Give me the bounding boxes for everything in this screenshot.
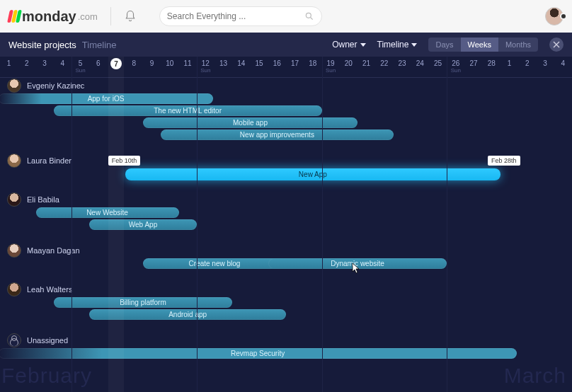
task-bar[interactable]: Dynamic website [268, 258, 447, 269]
day-label: 21 [362, 59, 370, 67]
person-header[interactable]: Leah Walters [0, 282, 572, 297]
today-column-highlight [108, 57, 124, 392]
person-row: UnassignedRevmap Security [0, 333, 572, 364]
person-name: Laura Binder [27, 156, 72, 165]
person-avatar-icon [7, 333, 21, 347]
top-header: monday.com [0, 0, 572, 33]
day-label: 4 [61, 59, 65, 67]
zoom-days[interactable]: Days [428, 38, 460, 52]
day-label: 16 [273, 59, 281, 67]
day-label: 2 [525, 59, 530, 67]
timeline-filter[interactable]: Timeline [377, 40, 418, 50]
day-label: 4 [561, 59, 566, 67]
close-icon [553, 41, 560, 48]
close-button[interactable] [549, 38, 564, 52]
day-label: 11 [184, 59, 192, 67]
day-label: 24 [416, 59, 424, 67]
day-label: 2 [25, 59, 29, 67]
date-ruler: 12345Sun67789101112Sun13141516171819Sun2… [0, 57, 572, 78]
date-tooltip-end: Feb 28th [488, 156, 520, 166]
person-row: Eli BabilaNew WebsiteWeb App [0, 192, 572, 236]
person-avatar-icon [7, 79, 21, 93]
logo[interactable]: monday.com [8, 8, 98, 25]
search-icon [304, 11, 314, 21]
chevron-down-icon [360, 43, 366, 47]
day-label: 27 [470, 59, 478, 67]
day-label: 15 [256, 59, 263, 67]
board-subheader: Website projects Timeline Owner Timeline… [0, 33, 572, 57]
day-label: 18 [309, 59, 316, 67]
task-bar[interactable]: Billing platform [54, 297, 233, 308]
person-header[interactable]: Maayan Dagan [0, 243, 572, 258]
logo-mark-icon [8, 10, 21, 23]
person-row: Evgeniy KazinecApp for iOSThe new HTML e… [0, 78, 572, 146]
task-bar[interactable]: Mobile app [143, 117, 358, 128]
person-header[interactable]: Eli Babila [0, 192, 572, 207]
task-bar[interactable]: New app improvements [161, 129, 393, 140]
person-row: Maayan DaganCreate new blogDynamic websi… [0, 243, 572, 275]
board-title[interactable]: Website projects [8, 40, 76, 50]
svg-line-1 [311, 18, 313, 20]
owner-filter-label: Owner [332, 40, 357, 50]
day-label: 1 [7, 59, 11, 67]
view-name: Timeline [82, 40, 117, 50]
day-label: 13 [219, 59, 227, 67]
day-label: 22 [380, 59, 388, 67]
day-label: 9 [150, 59, 154, 67]
day-label: 10 [166, 59, 173, 67]
day-label: 23 [399, 59, 406, 67]
person-row: Laura BinderNew AppFeb 10thFeb 28th [0, 153, 572, 185]
task-bar[interactable]: App for iOS [0, 93, 213, 104]
day-label: 26Sun [451, 59, 461, 74]
day-label: 12Sun [200, 59, 210, 74]
person-avatar-icon [7, 192, 21, 207]
day-label: 5Sun [76, 59, 86, 74]
day-label: 25 [434, 59, 442, 67]
search-box[interactable] [159, 6, 322, 26]
zoom-segmented-control: Days Weeks Months [428, 38, 538, 52]
day-label: 6 [96, 59, 101, 67]
person-name: Evgeniy Kazinec [27, 81, 84, 90]
person-avatar-icon [7, 243, 21, 258]
logo-tld: .com [78, 11, 98, 22]
person-avatar-icon [7, 154, 21, 168]
person-header[interactable]: Unassigned [0, 333, 572, 348]
status-dot-icon [560, 13, 567, 20]
day-label: 20 [345, 59, 353, 67]
timeline-area[interactable]: 12345Sun67789101112Sun13141516171819Sun2… [0, 57, 572, 392]
owner-filter[interactable]: Owner [332, 40, 365, 50]
search-container [159, 6, 322, 26]
logo-brand: monday [22, 8, 76, 25]
person-name: Leah Walters [27, 285, 72, 294]
task-bar[interactable]: Create new blog [143, 258, 286, 269]
zoom-months[interactable]: Months [498, 38, 538, 52]
day-label: 17 [291, 59, 299, 67]
svg-point-0 [306, 13, 311, 18]
person-avatar-icon [7, 282, 21, 296]
timeline-filter-label: Timeline [377, 40, 409, 50]
date-tooltip-start: Feb 10th [108, 156, 141, 166]
search-input[interactable] [167, 11, 304, 21]
notifications-icon[interactable] [124, 10, 137, 23]
task-bar[interactable]: New Website [36, 207, 179, 218]
person-header[interactable]: Evgeniy Kazinec [0, 78, 572, 93]
chevron-down-icon [411, 43, 417, 47]
gantt-rows: Evgeniy KazinecApp for iOSThe new HTML e… [0, 78, 572, 392]
person-name: Eli Babila [27, 195, 59, 204]
task-bar[interactable]: The new HTML editor [54, 105, 322, 116]
divider [110, 7, 111, 25]
person-header[interactable]: Laura Binder [0, 153, 572, 168]
day-label: 3 [543, 59, 547, 67]
task-bar[interactable]: Revmap Security [0, 348, 517, 359]
person-row: Leah WaltersBilling platformAndroid app [0, 282, 572, 325]
task-bar[interactable]: New App [125, 168, 500, 180]
day-label: 1 [508, 59, 512, 67]
task-bar[interactable]: Web App [89, 219, 197, 230]
zoom-weeks[interactable]: Weeks [461, 38, 498, 52]
day-label: 8 [132, 59, 137, 67]
day-label: 28 [488, 59, 496, 67]
day-label: 19Sun [326, 59, 336, 74]
user-menu[interactable] [545, 7, 564, 25]
person-name: Unassigned [27, 336, 68, 345]
day-label: 3 [42, 59, 47, 67]
